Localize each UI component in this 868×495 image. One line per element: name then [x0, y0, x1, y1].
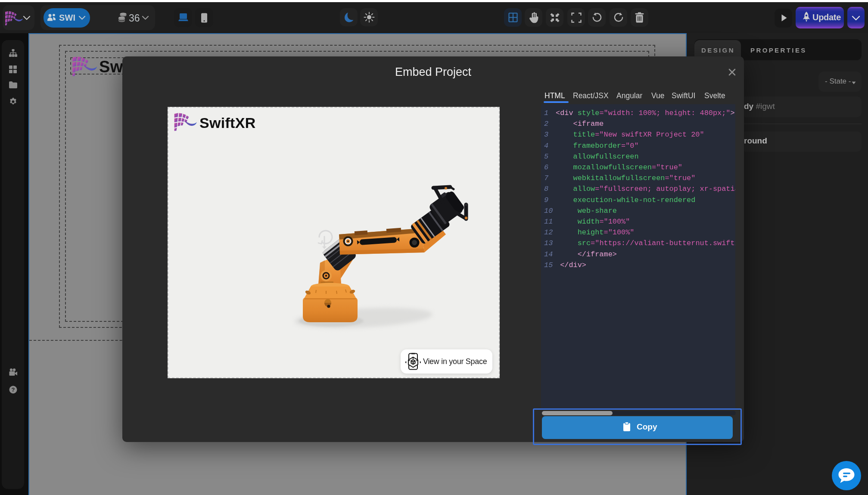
svg-text:?: ?: [12, 386, 15, 393]
